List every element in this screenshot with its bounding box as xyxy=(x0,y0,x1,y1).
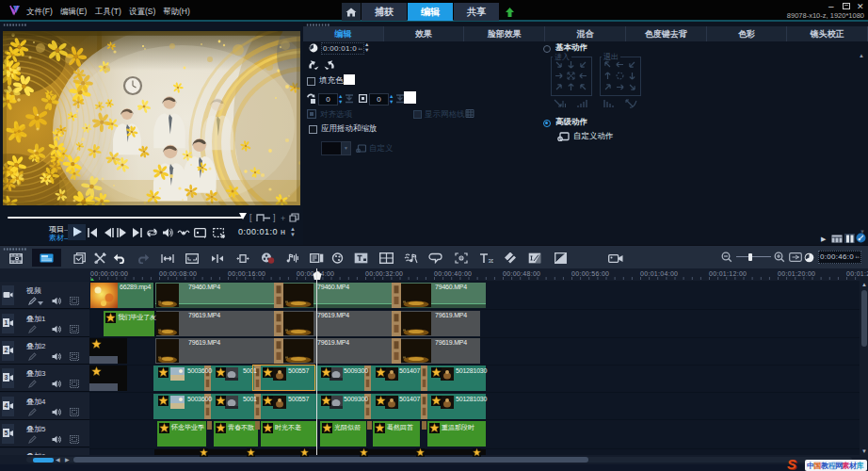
svg-text:3D: 3D xyxy=(489,258,494,264)
